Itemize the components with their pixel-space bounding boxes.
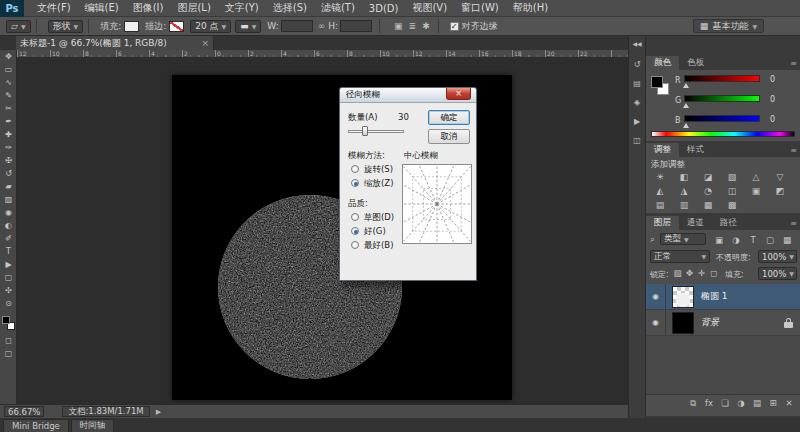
ok-button[interactable]: 确定 xyxy=(428,110,470,125)
layer-row-background[interactable]: ◉ 背景 xyxy=(646,310,800,336)
tab-timeline[interactable]: 时间轴 xyxy=(71,419,115,432)
radio-draft[interactable] xyxy=(351,213,359,221)
layer-filter-dropdown[interactable]: 类型 ▼ xyxy=(660,233,706,245)
link-layers-icon[interactable]: ⧉ xyxy=(686,398,700,409)
radio-zoom[interactable] xyxy=(351,179,359,187)
panel-menu-icon[interactable]: ≡ xyxy=(790,143,800,157)
tool-preset[interactable]: ▱ ▼ xyxy=(6,20,31,33)
layer-mask-icon[interactable]: ❏ xyxy=(718,398,732,408)
invert-icon[interactable]: ◩ xyxy=(770,185,790,197)
color-balance-icon[interactable]: ◭ xyxy=(650,185,670,197)
opacity-field[interactable]: 100% ▼ xyxy=(758,250,797,263)
filter-smart-icon[interactable]: ▦ xyxy=(780,235,794,245)
blur-center-preview[interactable] xyxy=(402,164,472,244)
amount-slider[interactable] xyxy=(348,130,404,133)
color-lookup-icon[interactable]: ▣ xyxy=(746,185,766,197)
new-group-icon[interactable]: ▤ xyxy=(750,398,764,408)
dodge-tool-icon[interactable]: ◐ xyxy=(0,219,17,232)
document-tab[interactable]: 未标题-1 @ 66.7%(椭圆 1, RGB/8) × xyxy=(16,36,214,50)
panel-menu-icon[interactable]: ≡ xyxy=(790,56,800,70)
menu-layer[interactable]: 图层(L) xyxy=(170,1,217,15)
brightness-contrast-icon[interactable]: ☀ xyxy=(650,171,670,183)
foreground-color-swatch[interactable] xyxy=(2,316,10,324)
menu-3d[interactable]: 3D(D) xyxy=(362,3,406,14)
menu-filter[interactable]: 滤镜(T) xyxy=(314,1,362,15)
radio-best[interactable] xyxy=(351,241,359,249)
pen-tool-icon[interactable]: ✐ xyxy=(0,232,17,245)
gradient-tool-icon[interactable]: ▨ xyxy=(0,193,17,206)
width-input[interactable] xyxy=(281,20,313,32)
status-expand-icon[interactable]: ▶ xyxy=(156,408,161,416)
geometry-options-icon[interactable]: ✱ xyxy=(422,21,430,31)
new-adjustment-layer-icon[interactable]: ◑ xyxy=(734,398,748,408)
history-brush-tool-icon[interactable]: ↺ xyxy=(0,167,17,180)
zoom-tool-icon[interactable]: ⊙ xyxy=(0,297,17,310)
crop-tool-icon[interactable]: ✂ xyxy=(0,102,17,115)
layer-thumbnail[interactable] xyxy=(672,286,694,308)
lock-transparency-icon[interactable]: ▧ xyxy=(672,268,683,278)
green-slider-thumb[interactable] xyxy=(683,103,689,108)
properties-panel-icon[interactable]: ▤ xyxy=(629,76,645,91)
foreground-color-swatch[interactable] xyxy=(651,76,663,88)
blend-mode-dropdown[interactable]: 正常 ▼ xyxy=(650,250,710,263)
selective-color-icon[interactable]: ▩ xyxy=(722,199,742,211)
canvas-area[interactable] xyxy=(17,58,628,404)
layer-style-icon[interactable]: fx xyxy=(702,398,716,408)
layer-thumbnail[interactable] xyxy=(672,312,694,334)
type-tool-icon[interactable]: T xyxy=(0,245,17,258)
tab-adjustments[interactable]: 调整 xyxy=(646,143,679,157)
menu-view[interactable]: 视图(V) xyxy=(405,1,454,15)
path-alignment-icon[interactable]: ≣ xyxy=(409,21,417,31)
fill-swatch[interactable] xyxy=(124,21,139,32)
channel-mixer-icon[interactable]: ◫ xyxy=(722,185,742,197)
blue-slider-thumb[interactable] xyxy=(683,123,689,128)
layer-name[interactable]: 背景 xyxy=(701,316,719,329)
menu-image[interactable]: 图像(I) xyxy=(126,1,171,15)
tab-mini-bridge[interactable]: Mini Bridge xyxy=(3,419,69,432)
threshold-icon[interactable]: ▥ xyxy=(674,199,694,211)
info-panel-icon[interactable]: ◈ xyxy=(629,95,645,110)
move-tool-icon[interactable]: ✥ xyxy=(0,50,17,63)
menu-help[interactable]: 帮助(H) xyxy=(506,1,555,15)
shape-tool-icon[interactable]: ▢ xyxy=(0,271,17,284)
tab-channels[interactable]: 通道 xyxy=(679,216,712,230)
collapse-panels-icon[interactable]: ◀◀ xyxy=(629,36,645,51)
red-slider-thumb[interactable] xyxy=(683,83,689,88)
levels-icon[interactable]: ◧ xyxy=(674,171,694,183)
zoom-level-field[interactable]: 66.67% xyxy=(4,406,44,417)
tab-styles[interactable]: 样式 xyxy=(679,143,712,157)
layer-row-ellipse[interactable]: ◉ 椭圆 1 xyxy=(646,284,800,310)
cancel-button[interactable]: 取消 xyxy=(428,129,470,144)
red-slider[interactable] xyxy=(684,75,760,82)
lasso-tool-icon[interactable]: ∿ xyxy=(0,76,17,89)
height-input[interactable] xyxy=(340,20,372,32)
clone-stamp-tool-icon[interactable]: ✠ xyxy=(0,154,17,167)
navigator-panel-icon[interactable]: ◫ xyxy=(629,133,645,148)
tool-mode-dropdown[interactable]: 形状 ▼ xyxy=(48,20,84,33)
history-panel-icon[interactable]: ↺ xyxy=(629,57,645,72)
quick-select-tool-icon[interactable]: ✎ xyxy=(0,89,17,102)
radio-good[interactable] xyxy=(351,227,359,235)
filter-shape-icon[interactable]: ▢ xyxy=(763,235,777,245)
curves-icon[interactable]: ◪ xyxy=(698,171,718,183)
lock-position-icon[interactable]: ✛ xyxy=(696,268,707,278)
path-select-tool-icon[interactable]: ▶ xyxy=(0,258,17,271)
lock-pixels-icon[interactable]: ✥ xyxy=(684,268,695,278)
eyedropper-tool-icon[interactable]: ✒ xyxy=(0,115,17,128)
delete-layer-icon[interactable]: ✕ xyxy=(782,398,796,408)
filter-type-icon[interactable]: T xyxy=(746,235,760,245)
align-edges-checkbox[interactable]: ✓ xyxy=(450,22,459,31)
path-operations-icon[interactable]: ▣ xyxy=(394,21,403,31)
filter-adjustment-icon[interactable]: ◑ xyxy=(729,235,743,245)
menu-edit[interactable]: 编辑(E) xyxy=(78,1,126,15)
color-ramp[interactable] xyxy=(651,131,795,137)
menu-file[interactable]: 文件(F) xyxy=(30,1,78,15)
gradient-map-icon[interactable]: ▦ xyxy=(698,199,718,211)
tab-layers[interactable]: 图层 xyxy=(646,216,679,230)
actions-panel-icon[interactable]: ▶ xyxy=(629,114,645,129)
stroke-swatch[interactable] xyxy=(169,21,184,32)
tab-color[interactable]: 颜色 xyxy=(646,56,679,70)
radio-spin[interactable] xyxy=(351,165,359,173)
new-layer-icon[interactable]: ⊞ xyxy=(766,398,780,408)
close-icon[interactable]: × xyxy=(201,38,209,48)
